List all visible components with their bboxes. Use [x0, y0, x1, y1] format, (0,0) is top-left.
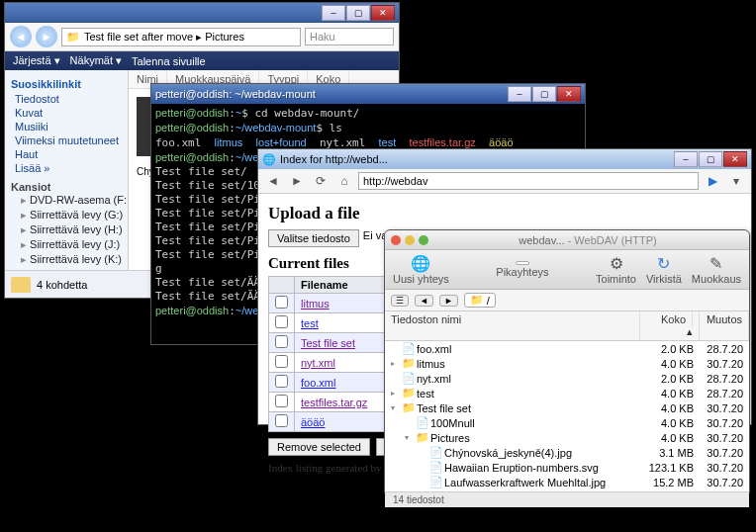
- sidebar-item[interactable]: Kuvat: [7, 106, 126, 120]
- favorites-heading: Suosikkilinkit: [11, 78, 126, 90]
- list-item[interactable]: ▾📁Pictures4.0 KB30.7.20: [385, 430, 749, 445]
- file-link[interactable]: foo.xml: [301, 377, 335, 389]
- views-menu[interactable]: Näkymät ▾: [70, 54, 122, 67]
- sidebar-item[interactable]: Lisää »: [7, 161, 126, 175]
- forward-button[interactable]: ►: [287, 172, 307, 190]
- mac-statusbar: 14 tiedostot: [385, 491, 749, 507]
- terminal-titlebar[interactable]: petteri@oddish: ~/webdav-mount – ▢ ✕: [151, 84, 585, 104]
- row-checkbox[interactable]: [269, 313, 295, 333]
- close-button[interactable]: [391, 235, 401, 245]
- file-modified: 30.7.20: [694, 432, 743, 444]
- path-segment[interactable]: 📁/: [464, 293, 496, 308]
- browser-titlebar[interactable]: 🌐 Index for http://webd... – ▢ ✕: [258, 149, 751, 169]
- file-name: foo.xml: [417, 343, 451, 355]
- column-headers[interactable]: Tiedoston nimi Koko ▴ Muutos: [385, 311, 749, 341]
- action-button[interactable]: ⚙Toiminto: [596, 254, 636, 285]
- edit-button[interactable]: ✎Muokkaus: [692, 254, 741, 285]
- quick-connect-field[interactable]: Pikayhteys: [459, 261, 586, 278]
- disclosure-icon[interactable]: ▾: [405, 433, 413, 442]
- file-link[interactable]: test: [301, 317, 319, 329]
- sidebar-item[interactable]: Viimeksi muutetuneet: [7, 133, 126, 147]
- list-item[interactable]: 📄Laufwasserkraftwerk Muehltal.jpg15.2 MB…: [385, 475, 749, 489]
- col-check: [269, 277, 295, 294]
- minimize-button[interactable]: –: [322, 5, 345, 21]
- minimize-button[interactable]: [405, 235, 415, 245]
- row-checkbox[interactable]: [269, 353, 295, 373]
- nav-forward-button[interactable]: ►: [439, 295, 458, 307]
- row-checkbox[interactable]: [269, 333, 295, 353]
- file-link[interactable]: nyt.xml: [301, 357, 335, 369]
- new-connection-button[interactable]: 🌐Uusi yhteys: [393, 254, 449, 285]
- row-checkbox[interactable]: [269, 373, 295, 393]
- file-link[interactable]: litmus: [301, 298, 330, 310]
- go-button[interactable]: ▶: [703, 172, 722, 190]
- view-list-button[interactable]: ☰: [391, 295, 409, 307]
- reload-button[interactable]: ⟳: [311, 172, 331, 190]
- home-button[interactable]: ⌂: [334, 172, 354, 190]
- file-link[interactable]: testfiles.tar.gz: [301, 397, 367, 408]
- row-checkbox[interactable]: [269, 393, 295, 412]
- row-checkbox[interactable]: [269, 412, 295, 432]
- file-size: 123.1 KB: [634, 462, 694, 474]
- file-name: test: [417, 388, 434, 399]
- maximize-button[interactable]: ▢: [699, 151, 722, 167]
- list-item[interactable]: 📄100Mnull4.0 KB30.7.20: [385, 415, 749, 430]
- file-size: 4.0 KB: [634, 417, 694, 429]
- zoom-button[interactable]: [419, 235, 428, 245]
- maximize-button[interactable]: ▢: [532, 86, 556, 102]
- minimize-button[interactable]: –: [508, 86, 531, 102]
- disclosure-icon[interactable]: ▾: [391, 403, 399, 412]
- close-button[interactable]: ✕: [723, 151, 747, 167]
- file-modified: 30.7.20: [694, 402, 743, 414]
- sidebar-item[interactable]: Musiiki: [7, 120, 126, 133]
- disclosure-icon[interactable]: ▸: [391, 359, 399, 368]
- file-modified: 30.7.20: [694, 358, 743, 370]
- tree-item[interactable]: Siirrettävä levy (H:): [7, 222, 126, 237]
- search-input[interactable]: Haku: [305, 28, 394, 45]
- tree-item[interactable]: Siirrettävä levy (G:): [7, 208, 126, 222]
- back-button[interactable]: ◄: [263, 172, 283, 190]
- back-button[interactable]: ◄: [10, 26, 32, 47]
- minimize-button[interactable]: –: [674, 151, 698, 167]
- close-button[interactable]: ✕: [371, 5, 395, 21]
- sidebar-item[interactable]: Tiedostot: [7, 92, 126, 106]
- maximize-button[interactable]: ▢: [346, 5, 370, 21]
- sidebar-item[interactable]: Haut: [7, 147, 126, 161]
- refresh-button[interactable]: ↻Virkistä: [646, 254, 682, 285]
- file-link[interactable]: äöäö: [301, 416, 325, 428]
- file-icon: 📄: [402, 372, 414, 385]
- remove-selected-button[interactable]: Remove selected: [268, 438, 370, 456]
- forward-button[interactable]: ►: [36, 26, 57, 47]
- list-item[interactable]: 📄foo.xml2.0 KB28.7.20: [385, 341, 749, 356]
- slideshow-button[interactable]: Talenna sivuille: [132, 55, 206, 67]
- file-size: 4.0 KB: [634, 358, 694, 370]
- explorer-titlebar[interactable]: – ▢ ✕: [5, 3, 399, 23]
- address-bar[interactable]: 📁 Test file set after move ▸ Pictures: [61, 28, 301, 46]
- close-button[interactable]: ✕: [557, 86, 581, 102]
- list-item[interactable]: ▾📁Test file set4.0 KB30.7.20: [385, 400, 749, 415]
- disclosure-icon[interactable]: ▸: [391, 389, 399, 398]
- col-name[interactable]: Tiedoston nimi: [385, 311, 640, 340]
- tree-item[interactable]: DVD-RW-asema (F:): [7, 193, 126, 208]
- col-modified[interactable]: Muutos: [700, 311, 749, 340]
- url-bar[interactable]: http://webdav: [358, 172, 699, 190]
- organize-menu[interactable]: Järjestä ▾: [13, 54, 60, 67]
- menu-button[interactable]: ▾: [726, 172, 746, 190]
- tree-item[interactable]: Siirrettävä levy (K:): [7, 252, 126, 267]
- list-item[interactable]: 📄Hawaiian Eruption-numbers.svg123.1 KB30…: [385, 460, 749, 475]
- file-name: 100Mnull: [430, 417, 475, 429]
- list-item[interactable]: 📄nyt.xml2.0 KB28.7.20: [385, 371, 749, 386]
- folder-icon: 📁: [402, 357, 414, 370]
- tree-item[interactable]: Siirrettävä levy (J:): [7, 237, 126, 252]
- file-link[interactable]: Test file set: [301, 337, 355, 349]
- col-size[interactable]: Koko ▴: [640, 311, 700, 340]
- list-item[interactable]: ▸📁test4.0 KB28.7.20: [385, 386, 749, 400]
- choose-file-button[interactable]: Valitse tiedosto: [268, 229, 359, 247]
- list-item[interactable]: ▸📁litmus4.0 KB30.7.20: [385, 356, 749, 371]
- list-item[interactable]: 📄Chýnovská_jeskyně(4).jpg3.1 MB30.7.20: [385, 445, 749, 460]
- row-checkbox[interactable]: [269, 294, 295, 313]
- mac-file-manager-window: webdav... - WebDAV (HTTP) 🌐Uusi yhteys P…: [384, 229, 750, 496]
- nav-back-button[interactable]: ◄: [415, 295, 433, 307]
- window-subtitle: - WebDAV (HTTP): [568, 234, 657, 246]
- mac-titlebar[interactable]: webdav... - WebDAV (HTTP): [385, 230, 749, 250]
